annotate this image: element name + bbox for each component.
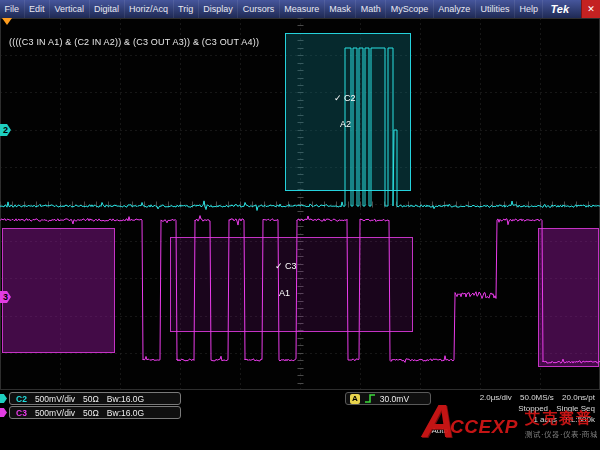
c3-readout[interactable]: C3 500mV/div 50Ω Bw:16.0G <box>9 406 181 419</box>
menu-item-file[interactable]: File <box>0 0 25 18</box>
menu-item-measure[interactable]: Measure <box>280 0 325 18</box>
check-icon: ✓ <box>275 261 283 271</box>
trigger-source-badge: A <box>350 394 360 404</box>
menu-bar: File Edit Vertical Digital Horiz/Acq Tri… <box>0 0 600 18</box>
c3-position-icon <box>0 408 7 417</box>
menu-item-display[interactable]: Display <box>199 0 239 18</box>
menu-item-mask[interactable]: Mask <box>325 0 357 18</box>
accexp-cn-name: 艾克赛普 <box>525 409 598 428</box>
menu-item-vertical[interactable]: Vertical <box>50 0 90 18</box>
menu-item-trig[interactable]: Trig <box>174 0 199 18</box>
c2-scale: 500mV/div <box>35 394 75 404</box>
accexp-cn-sub: 测试·仪器·仪表·商城 <box>525 430 598 440</box>
zone-a1-source: C3 <box>285 261 297 271</box>
c2-bandwidth: Bw:16.0G <box>107 394 144 404</box>
menu-item-help[interactable]: Help <box>515 0 544 18</box>
c2-position-icon <box>0 394 7 403</box>
waveform-canvas <box>0 18 600 390</box>
menu-spacer <box>543 0 550 18</box>
zone-a2-label: A2 <box>340 119 351 129</box>
zone-a1-source-label: ✓ C3 <box>275 261 297 271</box>
menu-item-utilities[interactable]: Utilities <box>476 0 515 18</box>
zone-a2-source-label: ✓ C2 <box>334 93 356 103</box>
menu-item-math[interactable]: Math <box>356 0 386 18</box>
zone-a1-label: A1 <box>279 288 290 298</box>
c3-channel-label: C3 <box>16 408 27 418</box>
tek-logo: Tek <box>550 0 569 18</box>
boolean-expression: ((((C3 IN A1) & (C2 IN A2)) & (C3 OUT A3… <box>9 37 259 47</box>
accexp-name: CCEXP <box>450 416 518 438</box>
watermark: A CCEXP 艾克赛普 测试·仪器·仪表·商城 <box>422 392 598 449</box>
waveform-display: ((((C3 IN A1) & (C2 IN A2)) & (C3 OUT A3… <box>0 18 600 390</box>
c2-readout[interactable]: C2 500mV/div 50Ω Bw:16.0G <box>9 392 181 405</box>
check-icon: ✓ <box>334 93 342 103</box>
zone-a2-source: C2 <box>344 93 356 103</box>
menu-item-cursors[interactable]: Cursors <box>238 0 280 18</box>
trigger-readout[interactable]: A 30.0mV <box>345 392 431 405</box>
c2-channel-label: C2 <box>16 394 27 404</box>
c3-scale: 500mV/div <box>35 408 75 418</box>
menu-item-horizacq[interactable]: Horiz/Acq <box>125 0 174 18</box>
readout-bar: C2 500mV/div 50Ω Bw:16.0G C3 500mV/div 5… <box>0 390 600 450</box>
rising-edge-icon <box>364 393 376 404</box>
c3-bandwidth: Bw:16.0G <box>107 408 144 418</box>
c2-termination: 50Ω <box>83 394 99 404</box>
c3-termination: 50Ω <box>83 408 99 418</box>
menu-item-myscope[interactable]: MyScope <box>386 0 434 18</box>
menu-item-analyze[interactable]: Analyze <box>434 0 476 18</box>
trigger-level: 30.0mV <box>380 394 409 404</box>
close-button[interactable]: ✕ <box>581 0 600 18</box>
menu-item-digital[interactable]: Digital <box>90 0 125 18</box>
menu-item-edit[interactable]: Edit <box>25 0 51 18</box>
